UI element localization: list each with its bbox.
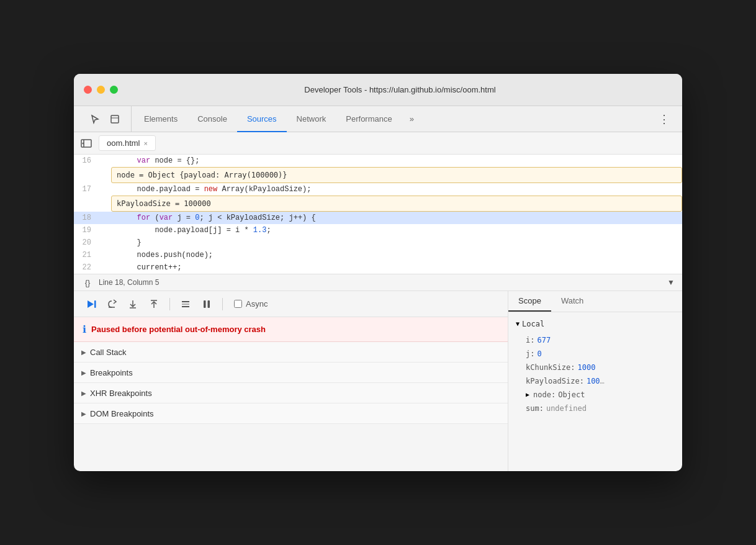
async-label: Async <box>246 299 268 309</box>
tab-watch[interactable]: Watch <box>551 291 593 312</box>
line-content-18: for (var j = 0; j < kPayloadSize; j++) { <box>99 212 682 224</box>
breakpoints-section: ▶ Breakpoints <box>74 363 508 383</box>
file-tab-close-button[interactable]: × <box>143 140 147 147</box>
zoom-button[interactable] <box>110 86 118 94</box>
cursor-icon[interactable] <box>86 110 104 128</box>
file-tab-name: oom.html <box>107 138 140 148</box>
scope-key-kchunksize: kChunkSize: <box>526 361 575 374</box>
close-button[interactable] <box>84 86 92 94</box>
sources-header: oom.html × <box>74 132 682 155</box>
svg-marker-4 <box>82 142 84 145</box>
toolbar-separator-1 <box>169 298 170 310</box>
tab-console[interactable]: Console <box>187 106 237 132</box>
line-num-16: 16 <box>74 155 99 167</box>
scope-row-kchunksize: kChunkSize: 1000 <box>516 361 675 374</box>
tab-network[interactable]: Network <box>287 106 336 132</box>
svg-rect-0 <box>111 115 119 123</box>
dom-breakpoints-arrow: ▶ <box>81 410 86 417</box>
svg-marker-5 <box>88 300 94 308</box>
scope-key-node: node: <box>533 388 556 402</box>
async-checkbox[interactable]: Async <box>234 299 268 309</box>
scope-local-label: Local <box>522 317 544 331</box>
scope-key-kpayloadsize: kPayloadSize: <box>526 374 584 388</box>
scope-row-sum: sum: undefined <box>516 402 675 415</box>
scope-val-sum: undefined <box>546 402 587 415</box>
layers-icon[interactable] <box>106 110 124 128</box>
traffic-lights <box>84 86 118 94</box>
code-line-22: 22 current++; <box>74 261 682 274</box>
tab-sources[interactable]: Sources <box>237 106 287 132</box>
window-title: Developer Tools - https://ulan.github.io… <box>128 85 672 94</box>
devtools-window: Developer Tools - https://ulan.github.io… <box>74 74 682 471</box>
status-bar-right-icon[interactable]: ▼ <box>667 278 675 287</box>
bottom-panel: Async ℹ Paused before potential out-of-m… <box>74 291 682 471</box>
scope-node-arrow: ▶ <box>526 388 529 402</box>
tooltip-kpayload: kPayloadSize = 100000 <box>111 196 682 212</box>
resume-button[interactable] <box>81 295 100 313</box>
xhr-breakpoints-label: XHR Breakpoints <box>90 389 152 398</box>
call-stack-section: ▶ Call Stack <box>74 342 508 363</box>
minimize-button[interactable] <box>97 86 105 94</box>
debug-toolbar: Async <box>74 291 508 317</box>
xhr-breakpoints-header[interactable]: ▶ XHR Breakpoints <box>74 383 508 403</box>
scope-key-sum: sum: <box>526 402 544 415</box>
tooltip-node: node = Object {payload: Array(100000)} <box>111 167 682 183</box>
format-icon[interactable]: {} <box>81 276 94 289</box>
devtools-menu-button[interactable]: ⋮ <box>654 110 675 128</box>
call-stack-header[interactable]: ▶ Call Stack <box>74 342 508 362</box>
line-content-17: node.payload = new Array(kPayloadSize); … <box>99 183 682 212</box>
code-line-19: 19 node.payload[j] = i * 1.3; <box>74 224 682 236</box>
line-content-20: } <box>99 236 682 249</box>
tabbar-end: ⋮ <box>654 106 682 132</box>
code-line-20: 20 } <box>74 236 682 249</box>
line-num-20: 20 <box>74 236 99 249</box>
scope-watch-tabs: Scope Watch <box>508 291 682 312</box>
tab-performance[interactable]: Performance <box>336 106 402 132</box>
xhr-breakpoints-arrow: ▶ <box>81 390 86 397</box>
scope-row-j: j: 0 <box>516 347 675 361</box>
oom-alert: ℹ Paused before potential out-of-memory … <box>74 317 508 342</box>
breakpoints-header[interactable]: ▶ Breakpoints <box>74 363 508 382</box>
scope-local-header[interactable]: ▼ Local <box>516 317 675 331</box>
svg-rect-6 <box>94 300 96 308</box>
scope-row-node[interactable]: ▶ node: Object <box>516 388 675 402</box>
call-stack-label: Call Stack <box>90 348 127 357</box>
titlebar: Developer Tools - https://ulan.github.io… <box>74 74 682 106</box>
call-stack-arrow: ▶ <box>81 349 86 356</box>
deactivate-breakpoints-button[interactable] <box>176 295 195 313</box>
pause-on-exception-button[interactable] <box>197 295 216 313</box>
breakpoints-arrow: ▶ <box>81 369 86 376</box>
scope-val-i: 677 <box>537 333 551 347</box>
more-tabs-button[interactable]: » <box>402 106 421 132</box>
code-editor: 16 var node = {}; node = Object {payload… <box>74 155 682 274</box>
dom-breakpoints-header[interactable]: ▶ DOM Breakpoints <box>74 403 508 423</box>
scope-val-kchunksize: 1000 <box>577 361 595 374</box>
tab-scope[interactable]: Scope <box>508 291 551 312</box>
file-tab-oom[interactable]: oom.html × <box>99 135 156 151</box>
status-bar: {} Line 18, Column 5 ▼ <box>74 274 682 291</box>
toolbar-separator-2 <box>222 298 223 310</box>
sources-sidebar-toggle[interactable] <box>79 136 94 151</box>
line-num-18: 18 <box>74 212 99 224</box>
right-scope-panel: Scope Watch ▼ Local i: 677 j: 0 <box>508 291 682 471</box>
step-out-button[interactable] <box>145 295 163 313</box>
code-line-17: 17 node.payload = new Array(kPayloadSize… <box>74 183 682 212</box>
tab-elements[interactable]: Elements <box>134 106 187 132</box>
tabbar-icons <box>79 106 132 132</box>
line-num-17: 17 <box>74 183 99 196</box>
svg-rect-15 <box>204 300 206 308</box>
scope-val-j: 0 <box>537 347 541 361</box>
scope-val-node: Object <box>558 388 585 402</box>
dom-breakpoints-label: DOM Breakpoints <box>90 409 154 418</box>
breakpoints-label: Breakpoints <box>90 368 133 377</box>
step-into-button[interactable] <box>124 295 142 313</box>
alert-text: Paused before potential out-of-memory cr… <box>91 325 266 334</box>
line-num-22: 22 <box>74 261 99 274</box>
scope-key-j: j: <box>526 347 534 361</box>
line-content-21: nodes.push(node); <box>99 249 682 261</box>
svg-rect-16 <box>208 300 210 308</box>
line-num-21: 21 <box>74 249 99 261</box>
tabbar: Elements Console Sources Network Perform… <box>74 106 682 132</box>
step-over-button[interactable] <box>102 295 121 313</box>
async-checkbox-input[interactable] <box>234 300 242 308</box>
